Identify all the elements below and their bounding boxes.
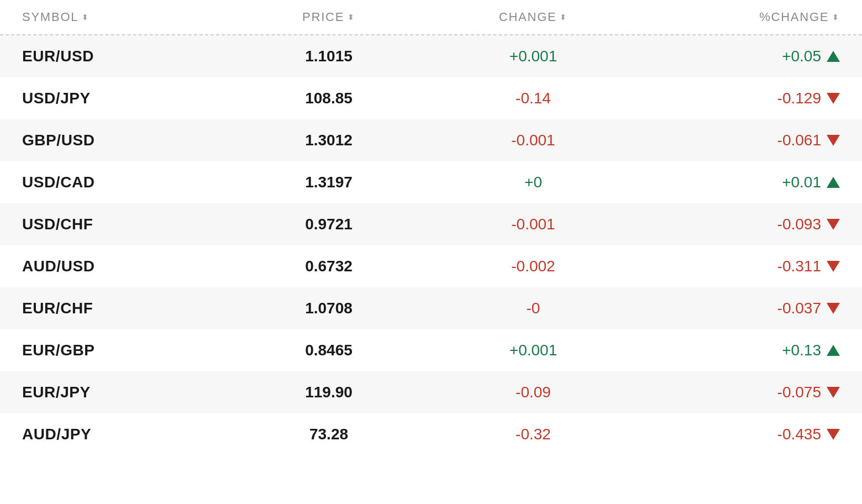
pctchange-header-label: %CHANGE bbox=[759, 10, 829, 24]
pctchange-value: -0.311 bbox=[777, 258, 821, 275]
symbol-cell: AUD/JPY bbox=[22, 426, 227, 443]
price-cell: 1.1015 bbox=[227, 48, 431, 65]
price-cell: 119.90 bbox=[227, 384, 431, 401]
pctchange-cell: -0.435 bbox=[635, 426, 840, 443]
symbol-cell: EUR/CHF bbox=[22, 300, 227, 317]
symbol-header-label: SYMBOL bbox=[22, 10, 78, 24]
symbol-header[interactable]: SYMBOL ⬍ bbox=[22, 10, 227, 24]
direction-up-icon bbox=[827, 51, 840, 62]
change-header-label: CHANGE bbox=[499, 10, 557, 24]
pctchange-cell: -0.075 bbox=[635, 384, 840, 401]
pctchange-cell: -0.311 bbox=[635, 258, 840, 275]
direction-down-icon bbox=[827, 93, 840, 104]
direction-down-icon bbox=[827, 303, 840, 314]
pctchange-value: +0.01 bbox=[782, 174, 821, 191]
direction-down-icon bbox=[827, 219, 840, 230]
table-row[interactable]: EUR/USD 1.1015 +0.001 +0.05 bbox=[0, 35, 862, 77]
forex-table: SYMBOL ⬍ PRICE ⬍ CHANGE ⬍ %CHANGE ⬍ EUR/… bbox=[0, 0, 862, 455]
symbol-cell: GBP/USD bbox=[22, 132, 227, 149]
table-row[interactable]: USD/CHF 0.9721 -0.001 -0.093 bbox=[0, 203, 862, 245]
change-cell: -0.001 bbox=[431, 216, 635, 233]
symbol-cell: EUR/JPY bbox=[22, 384, 227, 401]
pctchange-cell: -0.129 bbox=[635, 90, 840, 107]
price-header[interactable]: PRICE ⬍ bbox=[227, 10, 431, 24]
price-sort-icon[interactable]: ⬍ bbox=[348, 13, 355, 22]
change-cell: -0.32 bbox=[431, 426, 635, 443]
pctchange-value: -0.061 bbox=[777, 132, 821, 149]
table-row[interactable]: USD/JPY 108.85 -0.14 -0.129 bbox=[0, 77, 862, 119]
price-cell: 1.3197 bbox=[227, 174, 431, 191]
price-cell: 0.6732 bbox=[227, 258, 431, 275]
pctchange-cell: +0.05 bbox=[635, 48, 840, 65]
pctchange-value: +0.13 bbox=[782, 342, 821, 359]
table-row[interactable]: AUD/JPY 73.28 -0.32 -0.435 bbox=[0, 413, 862, 455]
change-cell: -0 bbox=[431, 300, 635, 317]
table-row[interactable]: EUR/JPY 119.90 -0.09 -0.075 bbox=[0, 371, 862, 413]
pctchange-cell: -0.061 bbox=[635, 132, 840, 149]
pctchange-value: -0.093 bbox=[777, 216, 821, 233]
table-row[interactable]: EUR/CHF 1.0708 -0 -0.037 bbox=[0, 287, 862, 329]
direction-down-icon bbox=[827, 429, 840, 440]
symbol-cell: EUR/USD bbox=[22, 48, 227, 65]
table-header: SYMBOL ⬍ PRICE ⬍ CHANGE ⬍ %CHANGE ⬍ bbox=[0, 0, 862, 35]
table-row[interactable]: USD/CAD 1.3197 +0 +0.01 bbox=[0, 161, 862, 203]
symbol-cell: AUD/USD bbox=[22, 258, 227, 275]
price-cell: 108.85 bbox=[227, 90, 431, 107]
price-cell: 1.3012 bbox=[227, 132, 431, 149]
table-row[interactable]: EUR/GBP 0.8465 +0.001 +0.13 bbox=[0, 329, 862, 371]
change-header[interactable]: CHANGE ⬍ bbox=[431, 10, 635, 24]
price-header-label: PRICE bbox=[302, 10, 344, 24]
pctchange-cell: -0.037 bbox=[635, 300, 840, 317]
pctchange-value: -0.075 bbox=[777, 384, 821, 401]
change-sort-icon[interactable]: ⬍ bbox=[560, 13, 567, 22]
table-body: EUR/USD 1.1015 +0.001 +0.05 USD/JPY 108.… bbox=[0, 35, 862, 455]
pctchange-cell: -0.093 bbox=[635, 216, 840, 233]
price-cell: 0.9721 bbox=[227, 216, 431, 233]
change-cell: -0.002 bbox=[431, 258, 635, 275]
change-cell: +0 bbox=[431, 174, 635, 191]
symbol-cell: EUR/GBP bbox=[22, 342, 227, 359]
change-cell: -0.09 bbox=[431, 384, 635, 401]
pctchange-sort-icon[interactable]: ⬍ bbox=[832, 13, 840, 22]
pctchange-value: -0.037 bbox=[777, 300, 821, 317]
pctchange-value: -0.435 bbox=[777, 426, 821, 443]
pctchange-value: +0.05 bbox=[782, 48, 821, 65]
change-cell: -0.14 bbox=[431, 90, 635, 107]
direction-down-icon bbox=[827, 387, 840, 398]
pctchange-cell: +0.13 bbox=[635, 342, 840, 359]
symbol-cell: USD/CHF bbox=[22, 216, 227, 233]
direction-down-icon bbox=[827, 135, 840, 146]
symbol-sort-icon[interactable]: ⬍ bbox=[82, 13, 90, 22]
symbol-cell: USD/JPY bbox=[22, 90, 227, 107]
pctchange-header[interactable]: %CHANGE ⬍ bbox=[635, 10, 840, 24]
table-row[interactable]: GBP/USD 1.3012 -0.001 -0.061 bbox=[0, 119, 862, 161]
direction-up-icon bbox=[827, 177, 840, 188]
price-cell: 0.8465 bbox=[227, 342, 431, 359]
price-cell: 1.0708 bbox=[227, 300, 431, 317]
symbol-cell: USD/CAD bbox=[22, 174, 227, 191]
pctchange-cell: +0.01 bbox=[635, 174, 840, 191]
price-cell: 73.28 bbox=[227, 426, 431, 443]
change-cell: -0.001 bbox=[431, 132, 635, 149]
change-cell: +0.001 bbox=[431, 342, 635, 359]
pctchange-value: -0.129 bbox=[777, 90, 821, 107]
table-row[interactable]: AUD/USD 0.6732 -0.002 -0.311 bbox=[0, 245, 862, 287]
direction-up-icon bbox=[827, 345, 840, 356]
change-cell: +0.001 bbox=[431, 48, 635, 65]
direction-down-icon bbox=[827, 261, 840, 272]
